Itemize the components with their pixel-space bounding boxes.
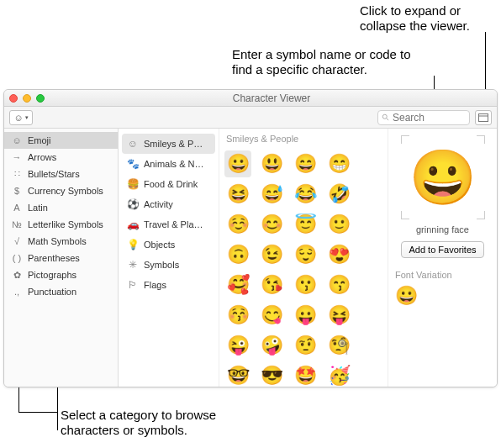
- emoji-cell[interactable]: 😊: [258, 211, 285, 238]
- subcategory-icon: ☺: [127, 138, 139, 150]
- category-label: Letterlike Symbols: [28, 219, 103, 229]
- category-icon: →: [11, 152, 23, 162]
- sidebar-item[interactable]: .,Punctuation: [4, 283, 118, 300]
- emoji-cell[interactable]: 🧐: [325, 332, 352, 359]
- callout-line: [18, 387, 19, 412]
- emoji-cell[interactable]: 😗: [292, 271, 319, 298]
- smiley-menu-icon: ☺: [13, 113, 23, 123]
- subcategory-icon: 💡: [127, 239, 139, 250]
- font-variation-heading: Font Variation: [395, 270, 490, 280]
- minimize-button[interactable]: [23, 94, 31, 103]
- subcategory-label: Symbols: [144, 260, 179, 270]
- subcategory-icon: ✳: [127, 259, 139, 271]
- category-icon: ∷: [11, 169, 23, 180]
- subcategory-label: Animals & N…: [144, 159, 204, 169]
- emoji-cell[interactable]: 😜: [224, 332, 251, 359]
- svg-point-0: [382, 114, 387, 119]
- sidebar-item[interactable]: →Arrows: [4, 149, 118, 166]
- subcategory-label: Food & Drink: [144, 179, 198, 189]
- emoji-cell[interactable]: 🥰: [224, 271, 251, 298]
- sidebar-item[interactable]: ALatin: [4, 199, 118, 216]
- close-button[interactable]: [9, 94, 18, 103]
- subcategory-label: Objects: [144, 240, 175, 250]
- subcategory-icon: 🚗: [127, 219, 139, 230]
- subcategory-item[interactable]: 🐾Animals & N…: [122, 154, 215, 174]
- emoji-cell[interactable]: 😙: [325, 271, 352, 298]
- emoji-cell[interactable]: 😝: [325, 302, 352, 329]
- emoji-cell[interactable]: 😅: [258, 181, 285, 208]
- emoji-cell[interactable]: 😘: [258, 271, 285, 298]
- emoji-cell[interactable]: 😋: [258, 302, 285, 329]
- callout-line: [18, 412, 57, 413]
- subcategory-item[interactable]: 🏳Flags: [122, 275, 215, 295]
- subcategory-item[interactable]: 🍔Food & Drink: [122, 174, 215, 194]
- search-input[interactable]: [393, 112, 460, 124]
- category-label: Punctuation: [28, 287, 76, 297]
- svg-line-1: [387, 118, 389, 120]
- emoji-cell[interactable]: ☺️: [224, 211, 251, 238]
- sidebar-item[interactable]: ✿Pictographs: [4, 266, 118, 283]
- category-icon: A: [11, 203, 23, 213]
- emoji-cell[interactable]: 🤓: [224, 362, 251, 387]
- character-preview: 😀: [401, 135, 485, 219]
- subcategory-list: ☺Smileys & P…🐾Animals & N…🍔Food & Drink⚽…: [119, 129, 219, 387]
- emoji-cell[interactable]: 😆: [224, 181, 251, 208]
- sidebar-item[interactable]: ( )Parentheses: [4, 250, 118, 266]
- emoji-cell[interactable]: 🤩: [292, 362, 319, 387]
- emoji-cell[interactable]: 😌: [292, 241, 319, 268]
- category-label: Emoji: [28, 135, 51, 145]
- sidebar-item[interactable]: $Currency Symbols: [4, 182, 118, 199]
- emoji-cell[interactable]: 😄: [292, 150, 319, 177]
- subcategory-item[interactable]: 🚗Travel & Pla…: [122, 214, 215, 235]
- subcategory-label: Flags: [144, 280, 166, 290]
- subcategory-item[interactable]: ☺Smileys & P…: [122, 134, 215, 154]
- sidebar-item[interactable]: ∷Bullets/Stars: [4, 166, 118, 182]
- emoji-cell[interactable]: 😎: [258, 362, 285, 387]
- emoji-cell[interactable]: 😂: [292, 181, 319, 208]
- category-sidebar: ☺Emoji→Arrows∷Bullets/Stars$Currency Sym…: [4, 129, 119, 387]
- callout-line: [57, 387, 58, 430]
- expand-icon: [478, 113, 488, 122]
- category-icon: $: [11, 186, 23, 196]
- subcategory-item[interactable]: ⚽Activity: [122, 194, 215, 214]
- category-icon: №: [11, 219, 23, 229]
- category-icon: ✿: [11, 270, 23, 281]
- category-label: Currency Symbols: [28, 186, 103, 196]
- emoji-cell[interactable]: 😇: [292, 211, 319, 238]
- sidebar-item[interactable]: №Letterlike Symbols: [4, 216, 118, 233]
- expand-collapse-button[interactable]: [475, 110, 492, 125]
- options-menu-button[interactable]: ☺ ▾: [9, 110, 33, 125]
- subcategory-icon: ⚽: [127, 198, 139, 210]
- emoji-cell[interactable]: 🤪: [258, 332, 285, 359]
- sidebar-item[interactable]: ☺Emoji: [4, 132, 118, 149]
- titlebar: Character Viewer: [4, 90, 497, 107]
- emoji-cell[interactable]: 🙃: [224, 241, 251, 268]
- emoji-cell[interactable]: 🤨: [292, 332, 319, 359]
- search-field[interactable]: [377, 110, 470, 125]
- svg-rect-2: [479, 113, 488, 121]
- preview-frame: 😀: [401, 135, 485, 219]
- emoji-cell[interactable]: 😚: [224, 302, 251, 329]
- sidebar-item[interactable]: √Math Symbols: [4, 233, 118, 250]
- category-label: Pictographs: [28, 270, 76, 280]
- subcategory-item[interactable]: 💡Objects: [122, 235, 215, 255]
- emoji-cell[interactable]: 😍: [325, 241, 352, 268]
- emoji-cell[interactable]: 😃: [258, 150, 285, 177]
- add-to-favorites-button[interactable]: Add to Favorites: [401, 241, 483, 258]
- subcategory-item[interactable]: ✳Symbols: [122, 255, 215, 275]
- emoji-cell[interactable]: 😉: [258, 241, 285, 268]
- emoji-cell[interactable]: 🤣: [325, 181, 352, 208]
- emoji-cell[interactable]: 😛: [292, 302, 319, 329]
- font-variation-glyph[interactable]: 😀: [395, 285, 490, 307]
- detail-pane: 😀 grinning face Add to Favorites Font Va…: [388, 129, 497, 387]
- category-label: Parentheses: [28, 253, 80, 263]
- callout-expand: Click to expand or collapse the viewer.: [360, 3, 494, 34]
- character-grid-pane: Smileys & People 😀😃😄😁😆😅😂🤣☺️😊😇🙂🙃😉😌😍🥰😘😗😙😚😋…: [219, 129, 388, 387]
- category-icon: .,: [11, 287, 23, 297]
- emoji-cell[interactable]: 🥳: [325, 362, 352, 387]
- emoji-cell[interactable]: 🙂: [325, 211, 352, 238]
- category-label: Arrows: [28, 152, 56, 162]
- emoji-cell[interactable]: 😁: [325, 150, 352, 177]
- zoom-button[interactable]: [36, 94, 45, 103]
- emoji-cell[interactable]: 😀: [224, 150, 251, 177]
